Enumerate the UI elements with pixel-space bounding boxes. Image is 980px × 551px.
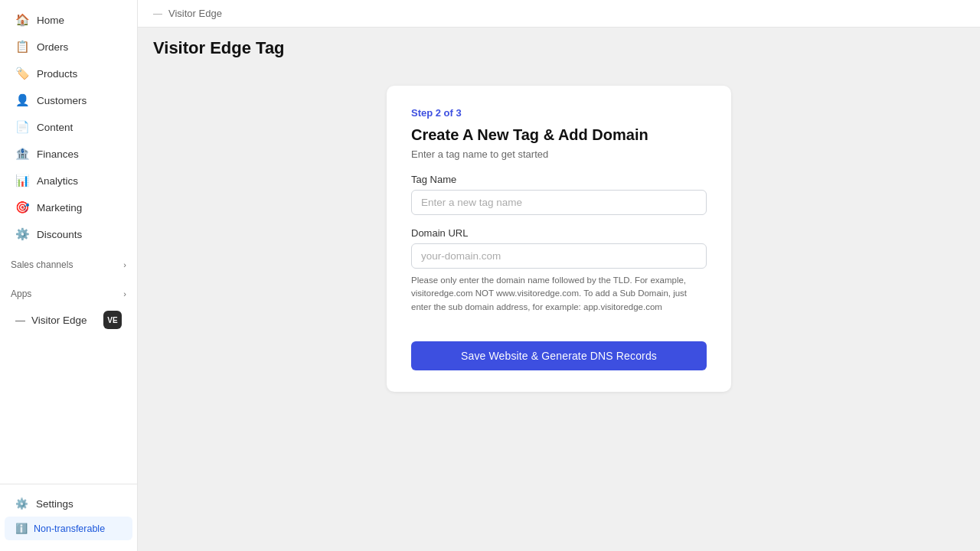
breadcrumb: — Visitor Edge [138,0,980,28]
sidebar-item-orders[interactable]: 📋 Orders [5,34,132,60]
visitor-edge-dash-icon: — [15,315,25,326]
step-label: Step 2 of 3 [411,107,707,119]
sidebar-item-customers-label: Customers [37,95,87,106]
sales-channels-chevron-icon: › [123,260,126,269]
sidebar-item-orders-label: Orders [37,41,68,53]
visitor-edge-item-left: — Visitor Edge [15,315,87,326]
non-transferable-item[interactable]: ℹ️ Non-transferable [5,517,132,540]
sidebar-item-finances[interactable]: 🏦 Finances [5,141,132,167]
breadcrumb-parent: Visitor Edge [168,8,222,19]
customers-icon: 👤 [15,93,29,107]
sidebar-item-marketing-label: Marketing [37,202,82,214]
content-icon: 📄 [15,120,29,134]
sidebar-item-customers[interactable]: 👤 Customers [5,87,132,113]
main-content: — Visitor Edge Visitor Edge Tag Step 2 o… [138,0,980,551]
page-header: Visitor Edge Tag [138,28,980,63]
home-icon: 🏠 [15,13,29,27]
products-icon: 🏷️ [15,67,29,80]
domain-url-input[interactable] [411,243,707,269]
sidebar-nav: 🏠 Home 📋 Orders 🏷️ Products 👤 Customers … [0,0,137,484]
discounts-icon: ⚙️ [15,227,29,241]
sidebar-item-finances-label: Finances [37,148,79,160]
sidebar-item-home-label: Home [37,15,64,26]
sidebar-item-analytics[interactable]: 📊 Analytics [5,168,132,194]
sidebar-item-content-label: Content [37,122,73,133]
sales-channels-label: Sales channels [11,259,73,270]
sidebar-item-products[interactable]: 🏷️ Products [5,60,132,86]
save-website-button[interactable]: Save Website & Generate DNS Records [411,341,707,370]
sidebar-item-visitor-edge[interactable]: — Visitor Edge VE [5,306,132,334]
domain-url-group: Domain URL Please only enter the domain … [411,227,707,314]
breadcrumb-separator: — [153,8,162,19]
visitor-edge-badge: VE [103,311,122,329]
tag-name-group: Tag Name [411,174,707,215]
non-transferable-icon: ℹ️ [15,523,28,534]
sidebar: 🏠 Home 📋 Orders 🏷️ Products 👤 Customers … [0,0,138,551]
create-tag-card: Step 2 of 3 Create A New Tag & Add Domai… [387,86,731,392]
sales-channels-section[interactable]: Sales channels › [0,253,137,276]
sidebar-item-analytics-label: Analytics [37,175,78,187]
sidebar-item-discounts-label: Discounts [37,229,82,240]
analytics-icon: 📊 [15,174,29,187]
card-subtitle: Enter a tag name to get started [411,148,707,160]
orders-icon: 📋 [15,40,29,54]
apps-section[interactable]: Apps › [0,282,137,305]
domain-url-label: Domain URL [411,227,707,239]
sidebar-item-marketing[interactable]: 🎯 Marketing [5,194,132,220]
non-transferable-label: Non-transferable [34,523,105,534]
tag-name-input[interactable] [411,190,707,215]
apps-label: Apps [11,289,31,299]
content-area: Step 2 of 3 Create A New Tag & Add Domai… [138,63,980,551]
visitor-edge-label: Visitor Edge [31,315,87,326]
sidebar-item-home[interactable]: 🏠 Home [5,7,132,33]
marketing-icon: 🎯 [15,201,29,214]
sidebar-bottom: ⚙️ Settings ℹ️ Non-transferable [0,484,137,551]
sidebar-item-discounts[interactable]: ⚙️ Discounts [5,221,132,247]
tag-name-label: Tag Name [411,174,707,185]
card-title: Create A New Tag & Add Domain [411,126,707,144]
settings-icon: ⚙️ [15,497,28,510]
page-title: Visitor Edge Tag [153,38,965,58]
sidebar-item-settings[interactable]: ⚙️ Settings [5,491,132,516]
sidebar-item-content[interactable]: 📄 Content [5,114,132,140]
settings-label: Settings [36,498,74,510]
finances-icon: 🏦 [15,147,29,161]
domain-hint: Please only enter the domain name follow… [411,274,707,314]
sidebar-item-products-label: Products [37,68,77,80]
apps-chevron-icon: › [123,289,126,298]
